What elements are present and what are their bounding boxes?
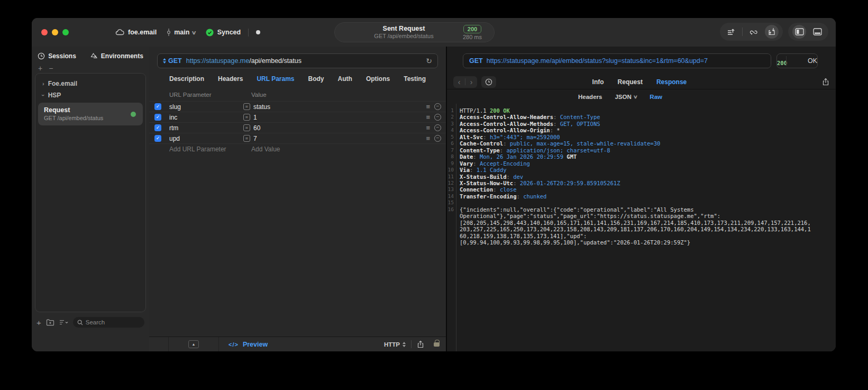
tab-environments[interactable]: Environments [90, 52, 143, 60]
new-group-icon[interactable] [46, 319, 54, 326]
search-input[interactable]: Search [73, 317, 144, 328]
add-value-field[interactable]: Add Value [251, 146, 280, 153]
remove-session-button[interactable]: − [49, 64, 53, 72]
param-checkbox[interactable]: ✓ [154, 103, 161, 110]
app-window: foe.email main ∨ Synced Sent Request GE [32, 18, 836, 351]
tab-sessions[interactable]: Sessions [38, 52, 76, 60]
request-url-bar[interactable]: GET https://statuspage.me/api/embed/stat… [157, 53, 438, 68]
view-mode-raw[interactable]: Raw [650, 94, 662, 100]
param-checkbox[interactable]: ✓ [154, 124, 161, 131]
cloud-icon [115, 29, 124, 36]
param-name-field[interactable]: slug [169, 103, 243, 111]
reload-icon[interactable]: ↻ [426, 57, 432, 65]
add-param-row[interactable]: Add URL Parameter Add Value [149, 143, 446, 154]
param-checkbox[interactable]: ✓ [154, 135, 161, 142]
method-selector[interactable]: GET [163, 57, 182, 65]
param-name-field[interactable]: rtm [169, 124, 243, 132]
sent-request-url[interactable]: GET https://statuspage.me/api/embed/stat… [463, 53, 771, 68]
param-value-field[interactable]: 60 [253, 124, 426, 132]
history-clock-icon[interactable] [481, 76, 496, 88]
param-name-field[interactable]: inc [169, 114, 243, 121]
param-checkbox[interactable]: ✓ [154, 114, 161, 121]
url-host: https://statuspage.me [186, 57, 250, 65]
response-line: 6Cache-Control: public, max-age=15, stal… [447, 140, 836, 147]
tab-auth[interactable]: Auth [338, 75, 352, 83]
response-status-chip: 200 OK [776, 53, 818, 68]
preview-button[interactable]: </> Preview [229, 341, 268, 348]
code-icon: </> [229, 341, 239, 348]
send-request-icon[interactable] [724, 25, 738, 39]
response-line: 10Via: 1.1 Caddy [447, 167, 836, 173]
updown-arrows-icon [403, 342, 406, 347]
close-window-button[interactable] [41, 29, 48, 35]
previous-response-button[interactable]: ‹ [453, 76, 465, 88]
tab-url-params[interactable]: URL Params [257, 75, 294, 83]
response-line: 3Access-Control-Allow-Methods: GET, OPTI… [447, 121, 836, 127]
response-body: 1HTTP/1.1 200 OK2Access-Control-Allow-He… [447, 104, 836, 351]
clock-icon [38, 52, 45, 60]
unsaved-dot-icon [256, 30, 260, 34]
view-mode-headers[interactable]: Headers [578, 94, 602, 100]
minimize-window-button[interactable] [52, 29, 58, 35]
export-response-icon[interactable] [822, 78, 829, 86]
dynamic-values-icon[interactable] [747, 25, 761, 39]
search-icon [77, 320, 83, 325]
request-editor-footer: ▲ </> Preview HTTP [149, 337, 446, 351]
traffic-lights [41, 29, 69, 35]
status-code-badge: 200 [463, 25, 481, 33]
response-line: 11X-Status-Build: dev [447, 174, 836, 180]
tab-body[interactable]: Body [308, 75, 324, 83]
remove-param-icon[interactable]: − [434, 135, 441, 142]
sent-request-summary[interactable]: Sent Request GET /api/embed/status 200 2… [334, 22, 495, 42]
drag-handle-icon[interactable]: ≡ [426, 113, 430, 121]
protocol-selector[interactable]: HTTP [384, 341, 406, 348]
param-name-field[interactable]: upd [169, 135, 243, 142]
chevron-down-icon: › [40, 94, 47, 96]
next-response-button[interactable]: › [465, 76, 477, 88]
zoom-window-button[interactable] [62, 29, 69, 35]
titlebar-separator [248, 29, 249, 37]
branch-selector[interactable]: main ∨ [166, 28, 196, 37]
share-icon[interactable] [417, 340, 424, 348]
toggle-left-sidebar-icon[interactable] [792, 25, 806, 39]
tab-response[interactable]: Response [656, 78, 687, 86]
drag-handle-icon[interactable]: ≡ [426, 124, 430, 132]
tree-item-foe-email[interactable]: › Foe.email [35, 78, 145, 89]
tab-description[interactable]: Description [169, 75, 204, 83]
toggle-bottom-panel-icon[interactable] [810, 25, 824, 39]
tab-testing[interactable]: Testing [404, 75, 426, 83]
sync-label: Synced [217, 29, 241, 36]
add-url-parameter-field[interactable]: Add URL Parameter [169, 146, 251, 153]
equals-icon: = [243, 103, 250, 110]
param-value-field[interactable]: status [253, 103, 426, 111]
main-area: Sessions Environments + − › Foe.email [32, 47, 836, 351]
drag-handle-icon[interactable]: ≡ [426, 103, 430, 111]
view-mode-json[interactable]: JSON ∨ [615, 94, 637, 100]
sort-filter-icon[interactable] [59, 319, 68, 326]
response-line: 1HTTP/1.1 200 OK [447, 107, 836, 114]
tab-request[interactable]: Request [618, 78, 643, 86]
sync-status[interactable]: Synced [206, 29, 241, 37]
add-session-button[interactable]: + [38, 64, 42, 72]
param-value-field[interactable]: 7 [253, 135, 426, 142]
tab-options[interactable]: Options [366, 75, 390, 83]
tab-info[interactable]: Info [592, 78, 604, 86]
sent-url: https://statuspage.me/api/embed/status?s… [487, 57, 708, 65]
chevron-down-icon: ∨ [633, 94, 637, 99]
request-list-item-selected[interactable]: Request GET /api/embed/status [38, 103, 143, 125]
response-line: 7Content-Type: application/json; charset… [447, 147, 836, 153]
drag-handle-icon[interactable]: ≡ [426, 134, 430, 142]
remove-param-icon[interactable]: − [434, 103, 441, 110]
project-menu[interactable]: foe.email [115, 29, 157, 36]
expand-panel-button[interactable]: ▲ [188, 340, 199, 348]
response-line: 16{"incidents":null,"overall":{"code":"o… [447, 206, 836, 213]
new-request-button[interactable]: + [36, 318, 41, 327]
tab-headers[interactable]: Headers [218, 75, 243, 83]
remove-param-icon[interactable]: − [434, 114, 441, 121]
request-tree: › Foe.email › HSP Request GET /api/embed… [35, 73, 146, 312]
tree-item-hsp[interactable]: › HSP [35, 89, 145, 101]
remove-param-icon[interactable]: − [434, 124, 441, 131]
import-export-icon[interactable] [765, 25, 779, 39]
response-line: 5Alt-Svc: h3=":443"; ma=2592000 [447, 134, 836, 140]
param-value-field[interactable]: 1 [253, 114, 426, 121]
